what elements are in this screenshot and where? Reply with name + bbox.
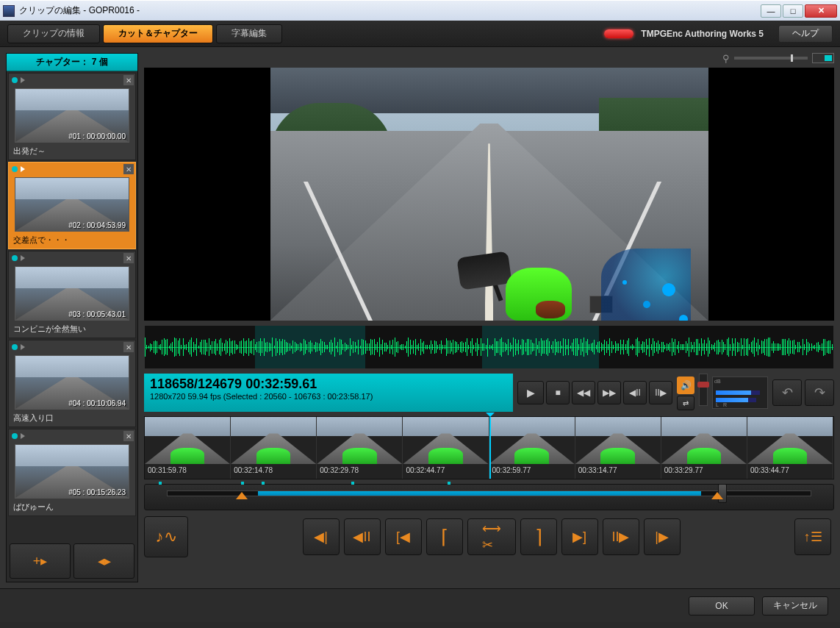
app-icon — [3, 5, 15, 17]
filmstrip-frame[interactable]: 00:33:44.77 — [747, 417, 833, 479]
chapter-item-3[interactable]: ✕ #03 : 00:05:43.01 コンビニが全然無い — [8, 251, 136, 338]
set-out-button[interactable]: ▶] — [561, 518, 598, 555]
filmstrip-frame[interactable]: 00:32:59.77 — [489, 417, 575, 479]
in-marker[interactable] — [236, 492, 248, 499]
filmstrip[interactable]: 00:31:59.7800:32:14.7800:32:29.7800:32:4… — [144, 416, 834, 479]
cancel-button[interactable]: キャンセル — [762, 596, 828, 615]
volume-slider[interactable] — [699, 374, 708, 406]
filmstrip-frame[interactable]: 00:32:44.77 — [403, 417, 489, 479]
brand-indicator — [604, 29, 633, 38]
tab-cut-chapter[interactable]: カット＆チャプター — [103, 24, 213, 43]
footer: OK キャンセル — [0, 588, 840, 622]
chapter-close-icon[interactable]: ✕ — [123, 164, 134, 174]
play-button[interactable]: ▶ — [517, 381, 544, 404]
chapter-close-icon[interactable]: ✕ — [123, 75, 134, 85]
selection-range — [258, 491, 702, 496]
rewind-button[interactable]: ◀◀ — [572, 381, 595, 404]
titlebar: クリップの編集 - GOPR0016 - — □ ✕ — [0, 0, 840, 21]
tab-subtitle[interactable]: 字幕編集 — [216, 24, 282, 43]
chapter-item-1[interactable]: ✕ #01 : 00:00:00.00 出発だ～ — [8, 73, 136, 160]
time-panel: 118658/124679 00:32:59.61 1280x720 59.94… — [144, 374, 513, 412]
set-in-button[interactable]: [◀ — [385, 518, 422, 555]
out-marker[interactable] — [711, 492, 723, 499]
audio-waveform[interactable] — [144, 325, 834, 369]
filmstrip-frame[interactable]: 00:31:59.78 — [145, 417, 231, 479]
window-title: クリップの編集 - GOPR0016 - — [19, 4, 761, 17]
redo-button[interactable]: ↷ — [805, 379, 834, 406]
chapter-close-icon[interactable]: ✕ — [123, 253, 134, 263]
chapter-close-icon[interactable]: ✕ — [123, 342, 134, 352]
chapter-item-4[interactable]: ✕ #04 : 00:10:06.94 高速入り口 — [8, 340, 136, 427]
prev-frame-button[interactable]: ◀II — [344, 518, 381, 555]
edit-toolbar: ♪∿ ◀| ◀II [◀ ⌈ ⟷✂ ⌉ ▶] II▶ |▶ ↑☰ — [144, 515, 834, 559]
audio-swap-button[interactable]: ⇄ — [677, 396, 694, 410]
forward-button[interactable]: ▶▶ — [597, 381, 621, 404]
chapter-list-button[interactable]: ↑☰ — [794, 518, 831, 555]
chapter-item-5[interactable]: ✕ #05 : 00:15:26.23 ばびゅーん — [8, 429, 136, 516]
step-back-button[interactable]: ◀II — [623, 381, 647, 404]
help-button[interactable]: ヘルプ — [778, 25, 833, 43]
mark-out-button[interactable]: ⌉ — [520, 518, 557, 555]
chapter-list[interactable]: ✕ #01 : 00:00:00.00 出発だ～ ✕ #02 : 00:04:5… — [7, 71, 137, 540]
goto-out-button[interactable]: |▶ — [644, 518, 681, 555]
chapter-header: チャプター： 7 個 — [7, 54, 137, 71]
cut-selection-button[interactable]: ⟷✂ — [467, 518, 516, 555]
brand-text: TMPGEnc Authoring Works 5 — [641, 29, 764, 39]
zoom-controls: ⚲ — [144, 53, 834, 63]
top-tabbar: クリップの情報 カット＆チャプター 字幕編集 TMPGEnc Authoring… — [0, 21, 840, 47]
zoom-toggle[interactable] — [812, 53, 834, 63]
goto-in-button[interactable]: ◀| — [303, 518, 340, 555]
filmstrip-frame[interactable]: 00:33:29.77 — [661, 417, 747, 479]
next-frame-button[interactable]: II▶ — [603, 518, 639, 555]
transport-controls: ▶ ■ ◀◀ ▶▶ ◀II II▶ — [517, 374, 672, 412]
stop-button[interactable]: ■ — [546, 381, 570, 404]
timeline-scrubber[interactable] — [144, 484, 834, 510]
filmstrip-frame[interactable]: 00:33:14.77 — [575, 417, 661, 479]
video-preview[interactable] — [144, 68, 834, 321]
undo-button[interactable]: ↶ — [772, 379, 802, 406]
maximize-button[interactable]: □ — [783, 4, 803, 18]
chapter-sidebar: チャプター： 7 個 ✕ #01 : 00:00:00.00 出発だ～ ✕ #0… — [6, 53, 138, 582]
window-buttons: — □ ✕ — [761, 4, 837, 18]
level-meter: dB L R — [712, 377, 768, 409]
step-fwd-button[interactable]: II▶ — [649, 381, 672, 404]
add-chapter-button[interactable]: +▸ — [10, 543, 71, 579]
expand-chapter-button[interactable]: ◂▸ — [73, 543, 134, 579]
close-button[interactable]: ✕ — [805, 4, 837, 18]
minimize-button[interactable]: — — [761, 4, 781, 18]
ok-button[interactable]: OK — [689, 596, 755, 615]
mark-in-button[interactable]: ⌈ — [426, 518, 463, 555]
time-main: 118658/124679 00:32:59.61 — [150, 377, 507, 392]
zoom-icon: ⚲ — [722, 53, 730, 64]
chapter-close-icon[interactable]: ✕ — [123, 431, 134, 441]
audio-analysis-button[interactable]: ♪∿ — [144, 516, 188, 557]
tab-clip-info[interactable]: クリップの情報 — [7, 24, 100, 43]
audio-icon[interactable]: 🔊 — [677, 377, 694, 394]
chapter-item-2[interactable]: ✕ #02 : 00:04:53.99 交差点で・・・ — [8, 162, 136, 249]
zoom-slider[interactable] — [734, 57, 808, 60]
filmstrip-frame[interactable]: 00:32:14.78 — [231, 417, 317, 479]
filmstrip-cursor[interactable] — [489, 417, 491, 479]
time-sub: 1280x720 59.94 fps (Selected : 20560 - 1… — [150, 392, 507, 401]
filmstrip-frame[interactable]: 00:32:29.78 — [317, 417, 403, 479]
